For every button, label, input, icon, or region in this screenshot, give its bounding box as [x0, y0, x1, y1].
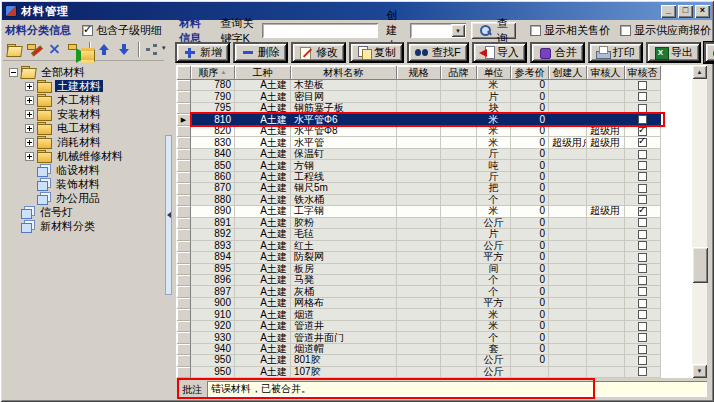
maximize-button[interactable]: □	[678, 5, 693, 18]
column-header-创建人[interactable]: 创建人	[549, 66, 587, 80]
row-selector-cell[interactable]	[177, 321, 191, 332]
table-row[interactable]: 920A土建管道井米0	[177, 321, 663, 332]
expand-plus-icon[interactable]	[25, 124, 34, 133]
row-selector-cell[interactable]	[177, 252, 191, 263]
audit-checkbox[interactable]	[638, 150, 647, 159]
expand-plus-icon[interactable]	[25, 96, 34, 105]
audit-checkbox[interactable]	[638, 81, 647, 90]
include-sublevel-checkbox-group[interactable]: 包含子级明细	[82, 23, 162, 38]
chevron-down-icon[interactable]: ▼	[451, 24, 465, 37]
audit-checkbox[interactable]	[638, 184, 647, 193]
column-header-参考价[interactable]: 参考价	[511, 66, 549, 80]
move-down-button[interactable]	[116, 41, 132, 58]
查找F-button[interactable]: 查找F	[407, 42, 469, 63]
audit-checkbox[interactable]	[638, 115, 647, 124]
row-selector-cell[interactable]	[177, 275, 191, 286]
audit-checkbox[interactable]	[638, 218, 647, 227]
table-row[interactable]: 820A土建水平管Φ8米0超级用	[177, 126, 663, 137]
audit-checkbox[interactable]	[638, 322, 647, 331]
合并-button[interactable]: 合并	[530, 42, 585, 63]
新增-button[interactable]: 新增	[175, 42, 230, 63]
audit-checkbox[interactable]	[638, 104, 647, 113]
audit-checkbox[interactable]	[638, 253, 647, 262]
tree-item-全部材料[interactable]: 全部材料	[7, 65, 164, 79]
scrollbar-thumb[interactable]	[692, 247, 708, 283]
expand-plus-icon[interactable]	[25, 82, 34, 91]
删除-button[interactable]: 删除	[233, 42, 288, 63]
table-row[interactable]: 870A土建钢尺5m把0	[177, 183, 663, 194]
audit-checkbox[interactable]	[638, 138, 647, 147]
audit-checkbox[interactable]	[638, 345, 647, 354]
row-selector-cell[interactable]	[177, 218, 191, 229]
table-row[interactable]: 780A土建木垫板米0	[177, 80, 663, 91]
table-row[interactable]: ▶810A土建水平管Φ6米0	[177, 114, 663, 125]
导出-button[interactable]: 导出	[646, 42, 701, 63]
tree-item-办公用品[interactable]: 办公用品	[7, 191, 164, 205]
column-header-单位[interactable]: 单位	[477, 66, 511, 80]
row-selector-cell[interactable]	[177, 206, 191, 217]
tree-item-信号灯[interactable]: 信号灯	[7, 205, 164, 219]
expand-plus-icon[interactable]	[25, 110, 34, 119]
tree-item-木工材料[interactable]: 木工材料	[7, 93, 164, 107]
audit-checkbox[interactable]	[638, 241, 647, 250]
scroll-up-icon[interactable]: ▲	[692, 65, 707, 79]
table-row[interactable]: 940A土建烟道帽套0	[177, 344, 663, 355]
tree-item-新材料分类[interactable]: 新材料分类	[7, 219, 164, 233]
row-selector-cell[interactable]	[177, 80, 191, 91]
close-button[interactable]: ×	[695, 5, 710, 18]
row-selector-cell[interactable]	[177, 195, 191, 206]
导入-button[interactable]: 导入	[472, 42, 527, 63]
row-selector-cell[interactable]	[177, 137, 191, 148]
table-row[interactable]: 897A土建灰桶个0	[177, 286, 663, 297]
table-row[interactable]: 910A土建烟道米0	[177, 309, 663, 320]
show-related-price-checkbox[interactable]	[530, 25, 541, 36]
tree-options-button[interactable]	[145, 41, 161, 58]
column-header-材料名称[interactable]: 材料名称	[291, 66, 397, 80]
table-row[interactable]: 895A土建板房间0	[177, 264, 663, 275]
row-selector-cell[interactable]	[177, 126, 191, 137]
table-row[interactable]: 950A土建801胶公斤0	[177, 355, 663, 366]
row-selector-cell[interactable]	[177, 183, 191, 194]
table-row[interactable]: 830A土建水平管米0超级用户超级用	[177, 137, 663, 148]
table-row[interactable]: 894A土建防裂网平方0	[177, 252, 663, 263]
column-header-审核否[interactable]: 审核否	[625, 66, 661, 80]
tree-item-机械维修材料[interactable]: 机械维修材料	[7, 149, 164, 163]
打印-button[interactable]: 打印	[588, 42, 643, 63]
delete-category-button[interactable]	[47, 41, 63, 58]
new-category-button[interactable]	[6, 41, 22, 58]
audit-checkbox[interactable]	[638, 356, 647, 365]
tree-item-土建材料[interactable]: 土建材料	[7, 79, 164, 93]
row-selector-cell[interactable]	[177, 309, 191, 320]
row-selector-cell[interactable]	[177, 344, 191, 355]
vertical-scrollbar[interactable]: ▲ ▼	[691, 65, 707, 378]
tree-item-临设材料[interactable]: 临设材料	[7, 163, 164, 177]
row-selector-cell[interactable]	[177, 264, 191, 275]
row-selector-cell[interactable]	[177, 298, 191, 309]
audit-checkbox[interactable]	[638, 92, 647, 101]
audit-checkbox[interactable]	[638, 207, 647, 216]
expand-plus-icon[interactable]	[25, 152, 34, 161]
row-selector-cell[interactable]	[177, 160, 191, 171]
row-selector-cell[interactable]	[177, 103, 191, 114]
table-row[interactable]: 930A土建管道井面门个0	[177, 332, 663, 343]
column-header-顺序[interactable]: 顺序▲	[191, 66, 235, 80]
table-row[interactable]: 850A土建方钢吨0	[177, 160, 663, 171]
table-row[interactable]: 790A土建密目网片0	[177, 91, 663, 102]
tree-item-装饰材料[interactable]: 装饰材料	[7, 177, 164, 191]
table-row[interactable]: 893A土建红土公斤0	[177, 241, 663, 252]
table-row[interactable]: 950A土建107胶公斤	[177, 367, 663, 378]
show-supplier-quote-checkbox[interactable]	[620, 25, 631, 36]
audit-checkbox[interactable]	[638, 287, 647, 296]
row-selector-cell[interactable]	[177, 241, 191, 252]
audit-checkbox[interactable]	[638, 172, 647, 181]
expand-plus-icon[interactable]	[25, 138, 34, 147]
column-header-规格[interactable]: 规格	[397, 66, 441, 80]
creator-combobox[interactable]: ▼	[410, 23, 466, 38]
audit-checkbox[interactable]	[638, 333, 647, 342]
复制-button[interactable]: 复制	[349, 42, 404, 63]
keyword-input[interactable]	[262, 23, 378, 38]
audit-checkbox[interactable]	[638, 276, 647, 285]
refresh-category-button[interactable]	[67, 41, 83, 58]
scroll-down-icon[interactable]: ▼	[692, 364, 707, 378]
tree-item-电工材料[interactable]: 电工材料	[7, 121, 164, 135]
